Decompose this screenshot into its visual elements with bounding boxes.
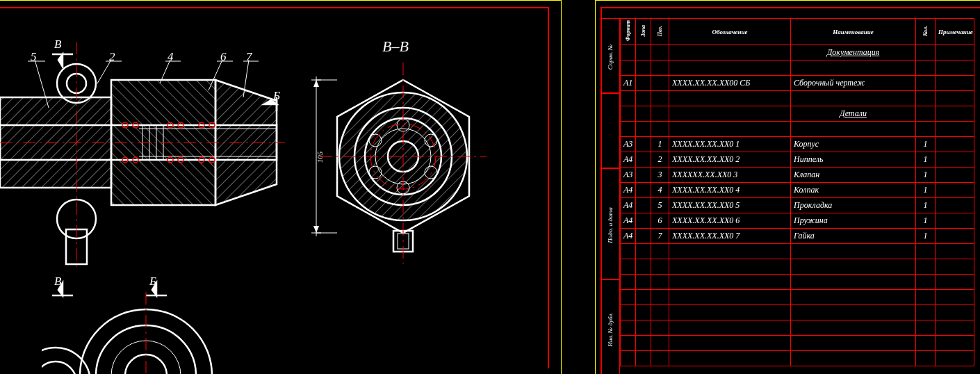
hdr-name: Наименование <box>791 19 916 45</box>
part-row: А45ХХХХ.ХХ.ХХ.ХХ0 5Прокладка1 <box>621 198 974 213</box>
part-row: А31ХХХХ.ХХ.ХХ.ХХ0 1Корпус1 <box>621 137 974 152</box>
section-bb-title: В–В <box>382 38 409 56</box>
hdr-qty: Кол. <box>916 19 936 45</box>
part-row: А44ХХХХ.ХХ.ХХ.ХХ0 4Колпак1 <box>621 183 974 198</box>
hdr-format: Формат <box>621 19 636 45</box>
part-row: А46ХХХХ.ХХ.ХХ.ХХ0 6Пружина1 <box>621 213 974 229</box>
hdr-designation: Обозначение <box>669 19 791 45</box>
bom-table-wrap: Формат Зона Поз. Обозначение Наименовани… <box>620 18 974 366</box>
bottom-aux-views <box>42 292 264 374</box>
bom-table: Формат Зона Поз. Обозначение Наименовани… <box>620 18 974 366</box>
section-docs: Документация <box>791 45 916 60</box>
part-row: А33ХХХХХХ.ХХ.ХХ0 3Клапан1 <box>621 168 974 183</box>
bom-body: Документация А1 ХХХХ.ХХ.ХХ.ХХ00 СБ Сборо… <box>621 45 974 366</box>
side-tab-0: Справ. № <box>607 22 614 92</box>
part-row: А47ХХХХ.ХХ.ХХ.ХХ0 7Гайка1 <box>621 229 974 244</box>
svg-marker-55 <box>313 226 319 233</box>
svg-point-82 <box>42 361 76 374</box>
svg-line-34 <box>97 60 111 83</box>
bom-header-row: Формат Зона Поз. Обозначение Наименовани… <box>621 19 974 45</box>
side-tab-2: Подп. и дата <box>607 190 614 260</box>
drawing-viewport: В В Б Б В–В 5 2 4 6 7 105 <box>0 0 549 374</box>
section-bb-view <box>306 56 514 292</box>
svg-marker-43 <box>58 54 63 67</box>
doc-row: А1 ХХХХ.ХХ.ХХ.ХХ00 СБ Сборочный чертеж <box>621 76 974 91</box>
part-row: А42ХХХХ.ХХ.ХХ.ХХ0 2Ниппель1 <box>621 152 974 168</box>
hdr-note: Примечание <box>936 19 974 45</box>
hdr-pos: Поз. <box>651 19 669 45</box>
svg-marker-54 <box>313 80 319 87</box>
side-tab-3: Инв. № дубл. <box>607 295 614 364</box>
revision-side-tabs: Справ. № Подп. и дата Инв. № дубл. <box>601 18 620 374</box>
section-parts: Детали <box>791 106 916 122</box>
svg-point-81 <box>42 348 90 374</box>
hdr-zone: Зона <box>636 19 651 45</box>
